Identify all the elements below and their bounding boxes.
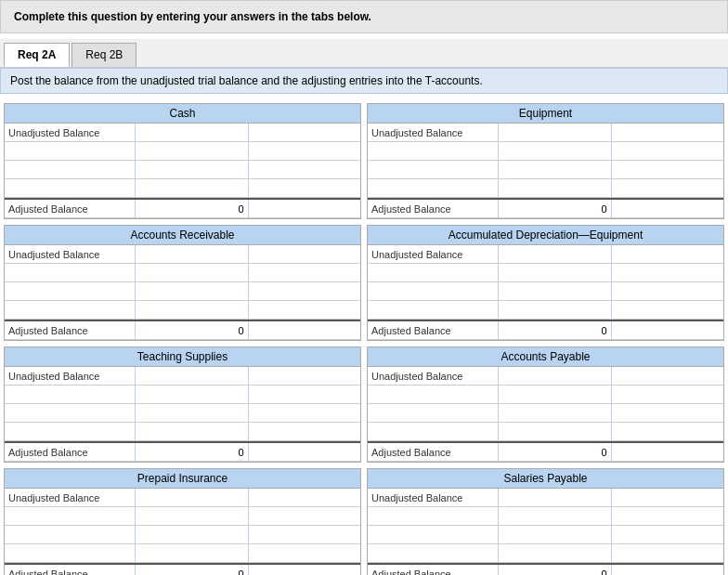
t-account-title: Accounts Payable [368,347,723,367]
entry-row [368,282,723,301]
adjusted-credit-input[interactable] [611,443,724,461]
unadjusted-label: Unadjusted Balance [5,124,135,141]
entry-credit-input[interactable] [611,142,724,160]
entry-credit-input[interactable] [611,544,724,562]
entry-credit-input[interactable] [248,179,361,197]
adjusted-credit-input[interactable] [248,200,361,217]
entry-credit-input[interactable] [611,301,724,319]
unadjusted-credit-input[interactable] [248,367,361,385]
unadjusted-credit-input[interactable] [248,489,361,506]
unadjusted-balance-row: Unadjusted Balance [5,124,360,142]
entry-debit-input[interactable] [498,301,611,319]
entry-debit-input[interactable] [498,386,611,403]
adjusted-credit-input[interactable] [611,565,724,575]
entry-credit-input[interactable] [611,264,724,281]
entry-credit-input[interactable] [248,404,361,422]
entry-debit-input[interactable] [135,507,248,525]
entry-credit-input[interactable] [611,282,724,300]
adjusted-label: Adjusted Balance [368,321,498,339]
entry-credit-input[interactable] [611,526,724,543]
entry-debit-input[interactable] [498,507,611,525]
entry-debit-input[interactable] [498,161,611,178]
adjusted-credit-input[interactable] [611,321,724,339]
entry-credit-input[interactable] [248,544,361,562]
unadjusted-credit-input[interactable] [611,489,724,506]
adjusted-balance-row: Adjusted Balance 0 [5,441,360,462]
entry-row [5,264,360,282]
entry-debit-input[interactable] [498,423,611,440]
entry-debit-input[interactable] [498,264,611,281]
unadjusted-credit-input[interactable] [248,245,361,263]
entry-credit-input[interactable] [611,423,724,440]
entry-credit-input[interactable] [611,507,724,525]
entry-credit-input[interactable] [248,423,361,440]
entry-debit-input[interactable] [135,282,248,300]
entry-debit-input[interactable] [135,301,248,319]
unadjusted-credit-input[interactable] [611,367,724,385]
adjusted-label: Adjusted Balance [5,443,135,461]
entry-credit-input[interactable] [248,386,361,403]
entry-credit-input[interactable] [248,264,361,281]
entry-credit-input[interactable] [248,142,361,160]
entry-debit-input[interactable] [498,142,611,160]
unadjusted-debit-input[interactable] [498,367,611,385]
tab-req2a[interactable]: Req 2A [4,43,70,67]
t-account-accounts-receivable: Accounts Receivable Unadjusted Balance A… [4,225,361,341]
unadjusted-label: Unadjusted Balance [368,124,498,141]
entry-credit-input[interactable] [611,404,724,422]
entry-debit-input[interactable] [498,526,611,543]
entry-debit-input[interactable] [135,526,248,543]
unadjusted-debit-input[interactable] [498,124,611,141]
entry-row [5,282,360,301]
t-account-accumulated-depreciation-equipment: Accumulated Depreciation—Equipment Unadj… [367,225,724,341]
entry-debit-input[interactable] [135,161,248,178]
tab-req2b[interactable]: Req 2B [72,43,136,67]
entry-credit-input[interactable] [248,282,361,300]
entry-debit-input[interactable] [498,179,611,197]
entry-debit-input[interactable] [135,544,248,562]
entry-debit-input[interactable] [135,264,248,281]
unadjusted-debit-input[interactable] [135,245,248,263]
entry-row [5,526,360,544]
entry-credit-input[interactable] [611,161,724,178]
entry-credit-input[interactable] [248,507,361,525]
entry-debit-input[interactable] [135,404,248,422]
entry-credit-input[interactable] [248,301,361,319]
unadjusted-credit-input[interactable] [611,245,724,263]
entry-debit-input[interactable] [498,282,611,300]
entry-row [5,404,360,423]
unadjusted-credit-input[interactable] [248,124,361,141]
entry-credit-input[interactable] [248,161,361,178]
adjusted-balance-row: Adjusted Balance 0 [368,441,723,462]
unadjusted-credit-input[interactable] [611,124,724,141]
unadjusted-balance-row: Unadjusted Balance [5,245,360,264]
adjusted-value: 0 [135,321,248,339]
unadjusted-debit-input[interactable] [135,124,248,141]
unadjusted-debit-input[interactable] [498,489,611,506]
entry-credit-input[interactable] [611,179,724,197]
accounts-grid: Cash Unadjusted Balance Adjusted Balance… [0,99,728,575]
entry-row [5,179,360,198]
unadjusted-debit-input[interactable] [135,489,248,506]
tabs-bar: Req 2A Req 2B [0,39,728,68]
entry-row [368,386,723,404]
entry-credit-input[interactable] [611,386,724,403]
adjusted-credit-input[interactable] [248,443,361,461]
entry-debit-input[interactable] [135,142,248,160]
entry-row [368,526,723,544]
entry-debit-input[interactable] [135,423,248,440]
adjusted-credit-input[interactable] [248,321,361,339]
entry-debit-input[interactable] [498,544,611,562]
entry-row [368,179,723,198]
unadjusted-label: Unadjusted Balance [368,489,498,506]
adjusted-credit-input[interactable] [248,565,361,575]
entry-row [368,404,723,423]
adjusted-credit-input[interactable] [611,200,724,217]
t-account-title: Cash [5,104,360,124]
entry-credit-input[interactable] [248,526,361,543]
unadjusted-debit-input[interactable] [498,245,611,263]
unadjusted-debit-input[interactable] [135,367,248,385]
entry-debit-input[interactable] [135,179,248,197]
entry-debit-input[interactable] [498,404,611,422]
entry-debit-input[interactable] [135,386,248,403]
